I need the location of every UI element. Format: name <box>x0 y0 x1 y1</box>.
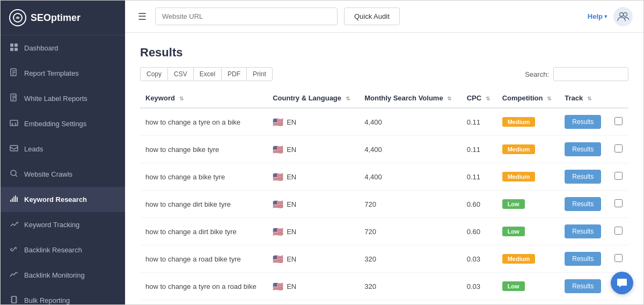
sidebar-item-label-bulk-reporting: Bulk Reporting <box>24 296 70 304</box>
action-btn-pdf[interactable]: PDF <box>221 67 247 81</box>
col-header-competition[interactable]: Competition ⇅ <box>497 89 560 108</box>
cell-volume: 320 <box>359 273 461 300</box>
competition-badge: Low <box>502 227 525 236</box>
sidebar-item-bulk-reporting[interactable]: Bulk Reporting <box>1 288 125 304</box>
cell-keyword: how to change a bike tyre <box>140 163 267 191</box>
action-btn-csv[interactable]: CSV <box>167 67 194 81</box>
results-button[interactable]: Results <box>565 279 601 293</box>
sidebar-item-leads[interactable]: Leads <box>1 136 125 162</box>
svg-rect-14 <box>12 198 13 202</box>
cell-results: Results <box>559 191 609 218</box>
cell-track <box>609 163 628 191</box>
sort-icon-competition: ⇅ <box>547 96 551 101</box>
embedding-settings-icon <box>9 119 19 129</box>
track-checkbox[interactable] <box>614 199 623 207</box>
cell-cpc: 0.11 <box>462 163 497 191</box>
competition-badge: Medium <box>502 254 536 264</box>
cell-cpc: 0.11 <box>462 108 497 136</box>
sidebar-item-label-white-label-reports: White Label Reports <box>24 95 87 103</box>
results-button[interactable]: Results <box>565 197 601 211</box>
track-checkbox[interactable] <box>614 227 623 235</box>
sidebar-item-label-backlink-research: Backlink Research <box>24 246 82 254</box>
sidebar-item-report-templates[interactable]: Report Templates <box>1 61 125 86</box>
search-input[interactable] <box>553 67 628 81</box>
cell-cpc: 0.60 <box>462 218 497 245</box>
track-checkbox[interactable] <box>614 172 623 180</box>
sidebar-item-website-crawls[interactable]: Website Crawls <box>1 162 125 187</box>
sort-icon-keyword: ⇅ <box>179 96 184 101</box>
track-checkbox[interactable] <box>614 144 623 152</box>
svg-rect-16 <box>15 195 16 202</box>
sidebar-item-label-keyword-research: Keyword Research <box>24 195 87 204</box>
sidebar-item-label-backlink-monitoring: Backlink Monitoring <box>24 271 85 279</box>
svg-point-19 <box>624 12 627 16</box>
quick-audit-button[interactable]: Quick Audit <box>344 8 400 25</box>
page-title: Results <box>140 46 628 60</box>
topbar: ☰ Quick Audit Help ▾ <box>125 1 643 33</box>
sidebar-item-embedding-settings[interactable]: Embedding Settings <box>1 111 125 136</box>
col-header-keyword[interactable]: Keyword ⇅ <box>140 89 267 108</box>
hamburger-button[interactable]: ☰ <box>136 9 149 25</box>
help-button[interactable]: Help ▾ <box>588 12 607 20</box>
results-button[interactable]: Results <box>565 170 601 184</box>
cell-country: 🇺🇸EN <box>267 191 359 218</box>
flag-icon: 🇺🇸 <box>273 281 283 292</box>
svg-rect-13 <box>10 200 11 202</box>
cell-volume: 320 <box>359 245 461 273</box>
cell-track <box>609 245 628 273</box>
cell-country: 🇺🇸EN <box>267 163 359 191</box>
cell-country: 🇺🇸EN <box>267 273 359 300</box>
users-icon[interactable] <box>613 7 633 26</box>
sidebar-item-label-report-templates: Report Templates <box>24 69 79 77</box>
action-btn-print[interactable]: Print <box>246 67 273 81</box>
action-btn-copy[interactable]: Copy <box>140 67 168 81</box>
cell-competition: Medium <box>497 108 560 136</box>
cell-country: 🇺🇸EN <box>267 136 359 163</box>
flag-icon: 🇺🇸 <box>273 227 283 237</box>
cell-cpc: 0.03 <box>462 245 497 273</box>
url-input[interactable] <box>155 8 338 25</box>
track-checkbox[interactable] <box>614 117 623 125</box>
track-checkbox[interactable] <box>614 254 623 262</box>
sidebar: SEOptimer Dashboard Report Templates Whi… <box>1 1 125 304</box>
results-button[interactable]: Results <box>565 224 601 238</box>
cell-track <box>609 191 628 218</box>
sidebar-item-keyword-tracking[interactable]: Keyword Tracking <box>1 212 125 237</box>
sidebar-item-keyword-research[interactable]: Keyword Research <box>1 187 125 212</box>
cell-keyword: how to change a tyre on a road bike <box>140 273 267 300</box>
sidebar-item-backlink-research[interactable]: Backlink Research <box>1 237 125 263</box>
cell-competition: Medium <box>497 245 560 273</box>
competition-badge: Medium <box>502 172 536 181</box>
cell-track <box>609 218 628 245</box>
col-header-track[interactable]: Track ⇅ <box>559 89 609 108</box>
cell-track <box>609 136 628 163</box>
svg-point-18 <box>620 12 624 16</box>
search-area: Search: <box>525 67 628 81</box>
results-table: Keyword ⇅Country & Language ⇅Monthly Sea… <box>140 89 628 300</box>
table-row: how to change a road bike tyre🇺🇸EN3200.0… <box>140 245 628 273</box>
col-header-country[interactable]: Country & Language ⇅ <box>267 89 359 108</box>
table-row: how to change a bike tyre🇺🇸EN4,4000.11Me… <box>140 163 628 191</box>
logo-icon <box>9 9 26 26</box>
action-btn-excel[interactable]: Excel <box>193 67 222 81</box>
svg-point-12 <box>11 170 16 176</box>
flag-icon: 🇺🇸 <box>273 172 283 182</box>
report-templates-icon <box>9 68 19 78</box>
cell-volume: 4,400 <box>359 163 461 191</box>
table-row: how to change a tyre on a road bike🇺🇸EN3… <box>140 273 628 300</box>
competition-badge: Medium <box>502 144 536 154</box>
sidebar-item-backlink-monitoring[interactable]: Backlink Monitoring <box>1 263 125 288</box>
results-button[interactable]: Results <box>565 252 601 266</box>
sidebar-items: Dashboard Report Templates White Label R… <box>1 35 125 304</box>
sidebar-item-dashboard[interactable]: Dashboard <box>1 35 125 61</box>
sidebar-item-white-label-reports[interactable]: White Label Reports <box>1 86 125 111</box>
col-header-volume[interactable]: Monthly Search Volume ⇅ <box>359 89 461 108</box>
results-button[interactable]: Results <box>565 142 601 156</box>
page-frame: SEOptimer Dashboard Report Templates Whi… <box>0 0 644 305</box>
cell-results: Results <box>559 163 609 191</box>
cell-keyword: how to change a tyre on a bike <box>140 108 267 136</box>
chat-bubble[interactable] <box>611 272 633 294</box>
competition-badge: Low <box>502 281 525 291</box>
results-button[interactable]: Results <box>565 115 601 129</box>
col-header-cpc[interactable]: CPC ⇅ <box>462 89 497 108</box>
